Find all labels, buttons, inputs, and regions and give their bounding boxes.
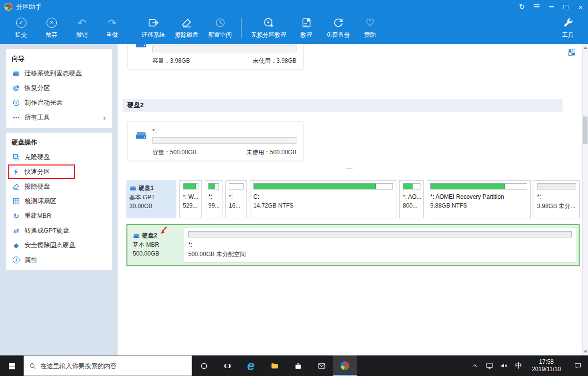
notification-center-icon[interactable]: [567, 355, 588, 376]
chevron-right-icon: ›: [103, 114, 106, 122]
ellipsis-icon: ⋯: [12, 113, 21, 122]
close-button[interactable]: ×: [573, 0, 588, 14]
start-button[interactable]: [0, 355, 24, 376]
disk2-label[interactable]: 硬盘2 基本 MBR 500.00GB: [130, 228, 180, 263]
partition-info: 3.98GB 未分...: [537, 202, 576, 211]
partition-info: 529...: [183, 202, 198, 209]
sidebar-item-convert-to-gpt[interactable]: ⇄ 转换成GPT硬盘: [6, 223, 112, 238]
windows-logo-icon: [8, 362, 16, 370]
partition-usage-bar: [152, 137, 296, 144]
partition-cell-unallocated[interactable]: *: 500.00GB 未分配空间: [184, 228, 576, 263]
undo-icon: ↶: [77, 17, 86, 28]
taskbar-search[interactable]: [24, 355, 192, 376]
capacity-label: 容量：500.00GB: [152, 149, 196, 156]
partition-cell-unallocated[interactable]: *: 3.98GB 未分...: [534, 180, 580, 218]
toolbar-redo-button[interactable]: ↷ 重做: [97, 14, 127, 42]
partition-cell[interactable]: *: 16...: [225, 180, 247, 218]
toolbar-free-backup-button[interactable]: 免费备份: [321, 14, 355, 42]
partition-cell-c-drive[interactable]: C: 14.72GB NTFS: [250, 180, 396, 218]
disk-icon: [133, 232, 140, 239]
scroll-down-arrow[interactable]: [584, 351, 588, 353]
partition-cell[interactable]: *: 99...: [205, 180, 222, 218]
toolbar-tutorial-button[interactable]: 教程: [291, 14, 321, 42]
network-icon[interactable]: [482, 355, 497, 376]
disk-row-2-selected: 硬盘2 基本 MBR 500.00GB *: 500.00GB 未分配空间: [126, 224, 580, 266]
disk-icon: [135, 129, 147, 141]
disc-icon: [12, 98, 21, 107]
disk1-label[interactable]: 硬盘1 基本 GPT 30.00GB: [126, 180, 176, 218]
clock[interactable]: 17:58 2019/11/10: [525, 358, 567, 373]
sidebar-item-rebuild-mbr[interactable]: ↻ 重建MBR: [6, 209, 112, 223]
titlebar: 分区助手 ↻ ×: [0, 0, 588, 14]
tray-date: 2019/11/10: [525, 366, 567, 373]
volume-icon[interactable]: [497, 355, 512, 376]
partition-card-partial[interactable]: 容量：3.98GB 未使用：3.98GB: [127, 44, 304, 70]
section-title: 向导: [6, 50, 112, 66]
search-input[interactable]: [40, 362, 187, 370]
toolbar-undo-button[interactable]: ↶ 撤销: [67, 14, 97, 42]
partition-cell-recovery[interactable]: *: AOMEI Recovery Partition 9.88GB NTFS: [427, 180, 531, 218]
sidebar-item-properties[interactable]: i 属性: [6, 253, 112, 267]
sidebar-item-check-bad-sectors[interactable]: 检测坏扇区: [6, 194, 112, 209]
file-explorer-button[interactable]: [263, 355, 286, 376]
toolbar-partition-tutorial-button[interactable]: 无损分区教程: [246, 14, 291, 42]
info-icon: i: [12, 256, 21, 264]
menu-icon[interactable]: [529, 0, 544, 14]
scroll-up-arrow[interactable]: [584, 47, 588, 49]
redo-icon: ↷: [108, 17, 117, 28]
edge-button[interactable]: e: [239, 355, 263, 376]
sidebar-item-recover-partition[interactable]: 恢复分区: [6, 81, 112, 95]
toolbar-wipe-disk-button[interactable]: 擦除磁盘: [170, 14, 203, 42]
unused-label: 未使用：500.00GB: [246, 149, 296, 156]
partition-info: 9.88GB NTFS: [430, 202, 527, 209]
partition-info: 500.00GB 未分配空间: [188, 250, 572, 258]
ime-indicator[interactable]: 中: [512, 361, 525, 370]
diamond-icon: ◆: [12, 241, 21, 250]
partition-name: C:: [253, 193, 393, 200]
minimize-button[interactable]: [544, 0, 559, 14]
partition-name: *:: [229, 193, 244, 200]
sidebar-item-quick-partition[interactable]: 快速分区: [6, 164, 112, 179]
tray-chevron-up-icon[interactable]: [467, 355, 482, 376]
toolbar-migrate-system-button[interactable]: 迁移系统: [137, 14, 170, 42]
store-button[interactable]: [286, 355, 310, 376]
partition-cell[interactable]: *: W... 529...: [179, 180, 202, 218]
disk-icon: [129, 185, 137, 192]
toolbar-tools-button[interactable]: 工具: [553, 14, 583, 42]
sidebar-item-make-bootable-disc[interactable]: 制作启动光盘: [6, 95, 112, 110]
maximize-button[interactable]: [559, 0, 573, 14]
sidebar-item-wipe-disk[interactable]: 擦除硬盘: [6, 179, 112, 194]
migrate-system-icon: [148, 17, 159, 28]
partition-assistant-icon: [341, 361, 349, 370]
partition-name: *: W...: [183, 193, 198, 200]
toolbar-discard-button[interactable]: × 放弃: [36, 14, 67, 42]
backup-icon: [333, 17, 344, 28]
disk-name: 硬盘2: [142, 231, 157, 240]
task-view-button[interactable]: [216, 355, 239, 376]
refresh-icon[interactable]: ↻: [514, 0, 529, 14]
splitter-handle[interactable]: ⋯: [118, 164, 582, 173]
partition-info: 14.72GB NTFS: [253, 202, 393, 209]
view-toggle-icon[interactable]: [567, 48, 577, 58]
sidebar-item-clone-disk[interactable]: 克隆硬盘: [6, 150, 112, 164]
cortana-button[interactable]: [192, 355, 216, 376]
partition-name: *:: [188, 241, 572, 248]
partition-name: *:: [152, 128, 296, 135]
eraser-icon: [12, 182, 21, 191]
toolbar-allocate-space-button[interactable]: 配置空间: [203, 14, 237, 42]
mail-button[interactable]: [310, 355, 333, 376]
toolbar-donate-button[interactable]: ♡ 赞助: [355, 14, 385, 42]
partition-assistant-taskbar-button[interactable]: [333, 355, 357, 376]
partition-cell[interactable]: *: AO... 800...: [399, 180, 424, 218]
ssd-drive-icon: [12, 69, 21, 78]
toolbar: ✓ 提交 × 放弃 ↶ 撤销 ↷ 重做 迁移系统 擦除磁盘 配置空间: [0, 14, 588, 44]
scrollbar-thumb[interactable]: [583, 117, 588, 144]
sidebar-item-all-tools[interactable]: ⋯ 所有工具 ›: [6, 110, 112, 125]
clone-icon: [12, 153, 21, 162]
toolbar-commit-button[interactable]: ✓ 提交: [6, 14, 36, 42]
disk2-partition-card[interactable]: *: 容量：500.00GB 未使用：500.00GB: [127, 121, 304, 161]
sidebar-item-secure-erase-ssd[interactable]: ◆ 安全擦除固态硬盘: [6, 238, 112, 253]
sidebar-item-migrate-os-to-ssd[interactable]: 迁移系统到固态硬盘: [6, 66, 112, 81]
sidebar: 向导 迁移系统到固态硬盘 恢复分区 制作启动光盘 ⋯ 所有工具 › 硬盘操作: [0, 44, 118, 355]
partition-usage-bar: [229, 183, 244, 189]
